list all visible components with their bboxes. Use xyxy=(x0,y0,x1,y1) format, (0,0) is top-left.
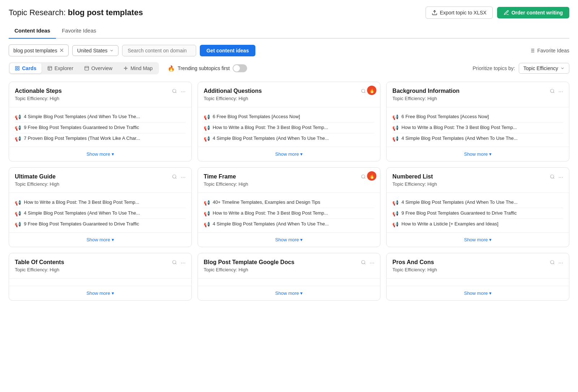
show-more-button[interactable]: Show more ▾ xyxy=(198,286,380,300)
card-actionable-steps: Actionable Steps Topic Efficiency: High … xyxy=(9,82,192,161)
card-item[interactable]: 📢 7 Proven Blog Post Templates (That Wor… xyxy=(15,133,186,144)
favorite-ideas-button[interactable]: Favorite Ideas xyxy=(529,48,569,53)
show-more-button[interactable]: Show more ▾ xyxy=(198,147,380,161)
tab-content-ideas[interactable]: Content Ideas xyxy=(9,25,56,39)
search-icon[interactable] xyxy=(172,260,177,266)
card-item[interactable]: 📢 How to Write a Listicle [+ Examples an… xyxy=(392,219,563,229)
svg-line-37 xyxy=(553,263,554,264)
search-icon[interactable] xyxy=(172,174,177,181)
show-more-button[interactable]: Show more ▾ xyxy=(9,147,191,161)
card-efficiency: Topic Efficiency: High xyxy=(15,181,59,187)
more-icon[interactable]: ··· xyxy=(558,89,563,95)
chevron-down-icon: ▾ xyxy=(300,290,303,296)
megaphone-icon: 📢 xyxy=(15,125,21,131)
more-icon[interactable]: ··· xyxy=(181,174,185,181)
svg-line-23 xyxy=(365,92,366,93)
card-item[interactable]: 📢 How to Write a Blog Post: The 3 Best B… xyxy=(392,122,563,133)
close-topic-icon[interactable]: ✕ xyxy=(59,47,64,54)
card-header: Time Frame Topic Efficiency: High ··· xyxy=(198,168,380,190)
card-item[interactable]: 📢 9 Free Blog Post Templates Guaranteed … xyxy=(392,208,563,219)
topic-tag[interactable]: blog post templates ✕ xyxy=(9,44,69,56)
show-more-button[interactable]: Show more ▾ xyxy=(9,232,191,247)
card-title: Background Information xyxy=(392,88,460,94)
show-more-button[interactable]: Show more ▾ xyxy=(198,232,380,247)
card-item[interactable]: 📢 4 Simple Blog Post Templates (And When… xyxy=(204,219,375,229)
card-table-of-contents: Table Of Contents Topic Efficiency: High… xyxy=(9,253,192,301)
svg-line-25 xyxy=(553,92,554,93)
card-divider xyxy=(198,193,380,193)
card-item[interactable]: 📢 9 Free Blog Post Templates Guaranteed … xyxy=(15,122,186,133)
card-item[interactable]: 📢 9 Free Blog Post Templates Guaranteed … xyxy=(15,219,186,229)
card-title: Table Of Contents xyxy=(15,259,64,266)
svg-line-29 xyxy=(365,178,366,179)
show-more-button[interactable]: Show more ▾ xyxy=(9,286,191,300)
svg-rect-9 xyxy=(18,69,19,70)
card-efficiency: Topic Efficiency: High xyxy=(204,96,262,101)
view-mode-cards[interactable]: Cards xyxy=(10,63,42,73)
card-item[interactable]: 📢 6 Free Blog Post Templates [Access Now… xyxy=(392,112,563,122)
more-icon[interactable]: ··· xyxy=(181,89,185,95)
card-items xyxy=(9,281,191,286)
megaphone-icon: 📢 xyxy=(392,200,398,206)
card-header: Numbered List Topic Efficiency: High ··· xyxy=(387,168,569,190)
search-icon[interactable] xyxy=(550,260,555,266)
search-icon[interactable] xyxy=(361,260,366,266)
search-icon[interactable] xyxy=(361,89,366,95)
more-icon[interactable]: ··· xyxy=(558,260,563,266)
card-item[interactable]: 📢 4 Simple Blog Post Templates (And When… xyxy=(15,112,186,122)
show-more-button[interactable]: Show more ▾ xyxy=(387,147,569,161)
megaphone-icon: 📢 xyxy=(15,211,21,216)
more-icon[interactable]: ··· xyxy=(181,260,185,266)
priority-select[interactable]: Topic Efficiency xyxy=(519,63,569,74)
card-item[interactable]: 📢 40+ Timeline Templates, Examples and D… xyxy=(204,197,375,208)
search-icon[interactable] xyxy=(361,174,366,181)
megaphone-icon: 📢 xyxy=(15,114,21,120)
card-items: 📢 4 Simple Blog Post Templates (And When… xyxy=(387,196,569,232)
search-domain-input[interactable] xyxy=(122,45,196,56)
card-actions: ··· xyxy=(550,174,563,181)
view-mode-mind-map[interactable]: Mind Map xyxy=(118,63,158,73)
megaphone-icon: 📢 xyxy=(204,211,210,216)
card-item[interactable]: 📢 4 Simple Blog Post Templates (And When… xyxy=(15,208,186,219)
card-item[interactable]: 📢 4 Simple Blog Post Templates (And When… xyxy=(392,133,563,144)
more-icon[interactable]: ··· xyxy=(370,260,374,266)
country-select[interactable]: United States xyxy=(72,45,118,56)
card-title: Blog Post Template Google Docs xyxy=(204,259,294,266)
header-actions: Export topic to XLSX Order content writi… xyxy=(426,7,569,19)
card-item[interactable]: 📢 4 Simple Blog Post Templates (And When… xyxy=(204,133,375,144)
page-header: Topic Research: blog post templates Expo… xyxy=(9,7,569,19)
card-item[interactable]: 📢 How to Write a Blog Post: The 3 Best B… xyxy=(15,197,186,208)
order-writing-button[interactable]: Order content writing xyxy=(497,7,569,18)
megaphone-icon: 📢 xyxy=(15,221,21,227)
export-button[interactable]: Export topic to XLSX xyxy=(426,7,492,19)
trending-switch[interactable] xyxy=(233,64,247,72)
view-mode-overview[interactable]: Overview xyxy=(79,63,117,73)
megaphone-icon: 📢 xyxy=(204,114,210,120)
show-more-button[interactable]: Show more ▾ xyxy=(387,286,569,300)
card-items: 📢 40+ Timeline Templates, Examples and D… xyxy=(198,196,380,232)
card-item[interactable]: 📢 4 Simple Blog Post Templates (And When… xyxy=(392,197,563,208)
megaphone-icon: 📢 xyxy=(204,125,210,131)
card-background-information: Background Information Topic Efficiency:… xyxy=(386,82,569,161)
search-icon[interactable] xyxy=(550,174,555,181)
more-icon[interactable]: ··· xyxy=(558,174,563,181)
svg-point-15 xyxy=(125,68,126,69)
show-more-button[interactable]: Show more ▾ xyxy=(387,232,569,247)
svg-rect-8 xyxy=(16,69,17,70)
card-title: Pros And Cons xyxy=(392,259,437,266)
card-item[interactable]: 📢 How to Write a Blog Post: The 3 Best B… xyxy=(204,208,375,219)
view-mode-explorer[interactable]: Explorer xyxy=(42,63,78,73)
megaphone-icon: 📢 xyxy=(392,114,398,120)
get-ideas-button[interactable]: Get content ideas xyxy=(200,45,255,56)
card-title: Numbered List xyxy=(392,173,437,180)
card-actions: ··· xyxy=(550,260,563,266)
tab-favorite-ideas[interactable]: Favorite Ideas xyxy=(56,25,102,39)
card-item[interactable]: 📢 How to Write a Blog Post: The 3 Best B… xyxy=(204,122,375,133)
card-item[interactable]: 📢 6 Free Blog Post Templates [Access Now… xyxy=(204,112,375,122)
card-items xyxy=(387,281,569,286)
card-items: 📢 6 Free Blog Post Templates [Access Now… xyxy=(198,110,380,147)
megaphone-icon: 📢 xyxy=(15,136,21,142)
search-icon[interactable] xyxy=(550,89,555,95)
card-header: Background Information Topic Efficiency:… xyxy=(387,82,569,104)
search-icon[interactable] xyxy=(172,89,177,95)
